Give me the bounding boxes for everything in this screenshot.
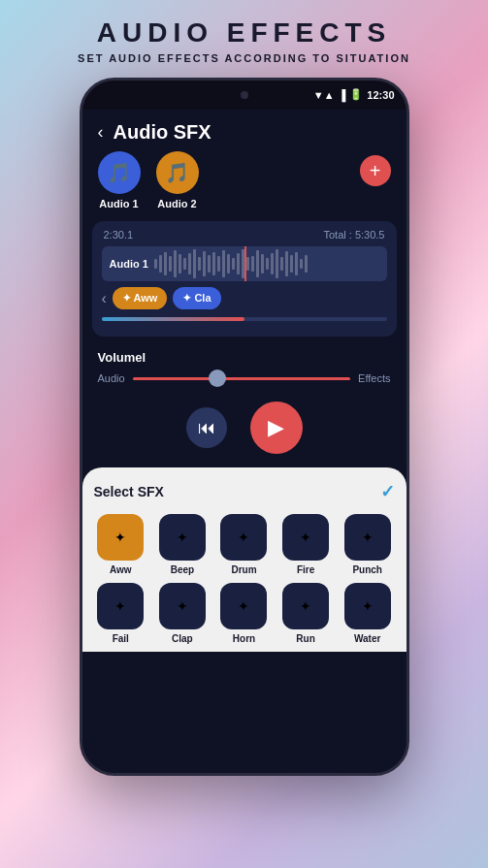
waveform-label: Audio 1 xyxy=(110,258,148,270)
sfx-item-box-fail: ✦ xyxy=(97,583,144,629)
status-bar: ▼▲ ▐ 🔋 12:30 xyxy=(313,88,395,101)
back-button[interactable]: ‹ xyxy=(98,122,104,143)
sfx-item-label-run: Run xyxy=(296,633,314,644)
sfx-item-box-drum: ✦ xyxy=(220,514,267,561)
sfx-item-label-beep: Beep xyxy=(171,564,194,575)
sfx-check-button[interactable]: ✓ xyxy=(380,481,395,502)
sfx-item-drum[interactable]: ✦Drum xyxy=(217,514,272,575)
sfx-grid: ✦Aww✦Beep✦Drum✦Fire✦Punch✦Fail✦Clap✦Horn… xyxy=(94,514,395,644)
waveform-bar xyxy=(261,254,264,273)
volume-section: Volumel Audio Effects xyxy=(82,337,407,392)
waveform-bar xyxy=(222,250,225,277)
waveform-bar xyxy=(300,259,303,269)
phone-frame: ▼▲ ▐ 🔋 12:30 ‹ Audio SFX 🎵 Audio 1 🎵 Aud… xyxy=(80,78,409,776)
waveform-bar xyxy=(295,252,298,275)
play-button[interactable]: ▶ xyxy=(250,402,303,454)
sfx-item-beep[interactable]: ✦Beep xyxy=(155,514,210,575)
time-display: 12:30 xyxy=(367,89,394,101)
prev-button[interactable]: ⏮ xyxy=(186,407,227,448)
wifi-icon: ▐ xyxy=(339,89,346,101)
sfx-item-run[interactable]: ✦Run xyxy=(278,583,333,644)
progress-bar xyxy=(102,317,387,321)
waveform-bar xyxy=(217,256,220,272)
sfx-panel-title: Select SFX xyxy=(94,484,164,499)
sfx-item-aww[interactable]: ✦Aww xyxy=(94,514,148,575)
waveform-bar xyxy=(285,251,288,276)
waveform-bar xyxy=(232,258,235,270)
waveform-bar xyxy=(193,249,196,278)
timeline-container: 2:30.1 Total : 5:30.5 Audio 1 ‹ ✦ Aww ✦ … xyxy=(92,221,397,337)
waveform-bar xyxy=(188,253,191,274)
sfx-item-box-punch: ✦ xyxy=(344,514,391,561)
screen: ‹ Audio SFX 🎵 Audio 1 🎵 Audio 2 + 2:30.1… xyxy=(82,110,407,773)
waveform-bar xyxy=(183,258,186,270)
waveform-bar xyxy=(208,255,211,273)
sfx-item-label-fire: Fire xyxy=(297,564,314,575)
sfx-item-box-aww: ✦ xyxy=(97,514,144,561)
play-icon: ▶ xyxy=(268,415,284,440)
page-header: AUDIO EFFECTS SET AUDIO EFFECTS ACCORDIN… xyxy=(68,0,420,70)
audio-icon-1: 🎵 xyxy=(98,151,141,194)
waveform-bar xyxy=(290,255,293,273)
sfx-scroll-left-icon[interactable]: ‹ xyxy=(102,290,107,307)
sfx-item-label-punch: Punch xyxy=(352,564,382,575)
waveform-bar xyxy=(227,254,230,273)
playhead xyxy=(244,246,246,281)
waveform-bar xyxy=(179,254,181,273)
sfx-clips-row: ‹ ✦ Aww ✦ Cla xyxy=(92,287,397,317)
page-title: AUDIO EFFECTS xyxy=(78,17,410,48)
sfx-item-label-fail: Fail xyxy=(113,633,129,644)
volume-slider-track[interactable] xyxy=(133,377,350,380)
sfx-panel-header: Select SFX ✓ xyxy=(94,481,395,502)
sfx-item-punch[interactable]: ✦Punch xyxy=(341,514,395,575)
sfx-item-clap[interactable]: ✦Clap xyxy=(155,583,210,644)
playback-controls: ⏮ ▶ xyxy=(82,392,407,467)
current-time: 2:30.1 xyxy=(104,229,134,241)
waveform-bar xyxy=(266,258,269,270)
signal-icon: ▼▲ xyxy=(313,89,335,101)
sfx-item-box-water: ✦ xyxy=(344,583,391,629)
waveform-bar xyxy=(169,256,172,272)
phone-camera xyxy=(241,91,248,99)
sfx-item-label-water: Water xyxy=(354,633,380,644)
waveform-bar xyxy=(212,252,215,275)
sfx-panel: Select SFX ✓ ✦Aww✦Beep✦Drum✦Fire✦Punch✦F… xyxy=(82,467,407,652)
waveform-bar xyxy=(271,253,274,274)
volume-label: Volumel xyxy=(98,350,391,365)
volume-slider-row: Audio Effects xyxy=(98,372,391,384)
sfx-item-box-run: ✦ xyxy=(282,583,329,629)
waveform-bar xyxy=(174,250,177,277)
sfx-item-water[interactable]: ✦Water xyxy=(341,583,395,644)
phone-top-bar: ▼▲ ▐ 🔋 12:30 xyxy=(82,80,407,110)
page-subtitle: SET AUDIO EFFECTS ACCORDING TO SITUATION xyxy=(78,52,410,64)
waveform-bar xyxy=(164,252,167,275)
add-audio-button[interactable]: + xyxy=(360,155,391,186)
sfx-item-label-aww: Aww xyxy=(110,564,132,575)
sfx-item-fire[interactable]: ✦Fire xyxy=(278,514,333,575)
sfx-item-horn[interactable]: ✦Horn xyxy=(217,583,272,644)
waveform-bars xyxy=(154,246,379,281)
battery-icon: 🔋 xyxy=(349,88,363,101)
sfx-clip-cla[interactable]: ✦ Cla xyxy=(173,287,220,309)
waveform-bar xyxy=(276,249,278,278)
sfx-item-box-fire: ✦ xyxy=(282,514,329,561)
audio-track-1[interactable]: 🎵 Audio 1 xyxy=(98,151,141,209)
volume-effects-label: Effects xyxy=(358,372,390,384)
audio-track-2[interactable]: 🎵 Audio 2 xyxy=(156,151,199,209)
sfx-item-fail[interactable]: ✦Fail xyxy=(94,583,148,644)
volume-audio-label: Audio xyxy=(98,372,125,384)
audio-tracks-row: 🎵 Audio 1 🎵 Audio 2 + xyxy=(82,151,407,221)
audio-icon-2: 🎵 xyxy=(156,151,199,194)
sfx-item-label-horn: Horn xyxy=(233,633,255,644)
waveform-bar xyxy=(198,257,201,271)
sfx-item-label-clap: Clap xyxy=(172,633,193,644)
waveform-bar xyxy=(256,250,259,277)
audio-label-1: Audio 1 xyxy=(99,198,138,209)
waveform-bar xyxy=(154,259,157,269)
volume-slider-thumb[interactable] xyxy=(209,370,226,387)
sfx-clip-aww[interactable]: ✦ Aww xyxy=(113,287,168,309)
waveform-bar xyxy=(159,255,162,273)
waveform-bar xyxy=(251,256,254,272)
sfx-item-box-clap: ✦ xyxy=(159,583,206,629)
waveform-bar xyxy=(246,257,249,271)
